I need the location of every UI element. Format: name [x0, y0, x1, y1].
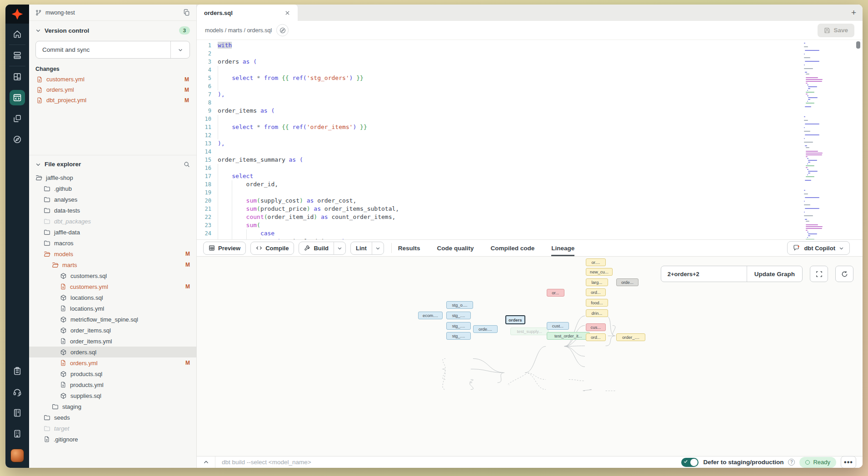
tree-item-jaffle-data[interactable]: jaffle-data [29, 227, 196, 238]
lineage-node-stg2[interactable]: stg_.... [446, 312, 471, 319]
tree-item-metricflow_time_spine.sql[interactable]: metricflow_time_spine.sql [29, 314, 196, 325]
refresh-button[interactable] [835, 266, 853, 282]
command-input[interactable]: dbt build --select <model_name> [215, 459, 311, 466]
lineage-node-ordegr[interactable]: orde... [616, 278, 639, 286]
tree-item-jaffle-shop[interactable]: jaffle-shop [29, 172, 196, 183]
tab-lineage[interactable]: Lineage [551, 240, 574, 256]
dbt-logo[interactable] [5, 5, 29, 24]
lineage-node-orpink[interactable]: or... [547, 289, 564, 297]
lineage-node-cust[interactable]: cust... [547, 322, 569, 330]
more-options-button[interactable]: ••• [841, 456, 856, 468]
lineage-node-food[interactable]: food... [586, 299, 608, 307]
tree-item-products.yml[interactable]: products.yml [29, 379, 196, 390]
sidebar-item-grid[interactable] [5, 66, 29, 87]
sidebar-item-code-window[interactable] [5, 87, 29, 108]
new-tab-button[interactable]: + [851, 8, 856, 17]
tree-item-products.sql[interactable]: products.sql [29, 368, 196, 379]
sidebar-item-compass[interactable] [5, 129, 29, 150]
lineage-compass-icon[interactable] [276, 24, 289, 36]
tree-item-orders.yml[interactable]: orders.ymlM [29, 357, 196, 368]
changed-file-orders.yml[interactable]: orders.ymlM [29, 84, 196, 95]
lineage-node-orders[interactable]: orders [505, 315, 525, 324]
lineage-node-ordy1[interactable]: ord... [586, 288, 606, 296]
search-icon[interactable] [184, 161, 190, 168]
dbt-copilot-button[interactable]: dbt Copilot [787, 241, 850, 255]
tree-item-models[interactable]: modelsM [29, 248, 196, 259]
chevron-down-icon[interactable] [334, 242, 345, 254]
chevron-down-icon[interactable] [35, 28, 41, 33]
tree-item-customers.sql[interactable]: customers.sql [29, 270, 196, 281]
lineage-node-cusp[interactable]: cus... [586, 323, 606, 331]
lineage-node-newcu[interactable]: new_cu... [586, 268, 613, 276]
chevron-up-icon[interactable] [197, 459, 215, 465]
preview-button[interactable]: Preview [203, 242, 246, 255]
build-button[interactable]: Build [299, 242, 346, 255]
tree-item-marts[interactable]: martsM [29, 259, 196, 270]
sidebar-item-layers[interactable] [5, 45, 29, 66]
save-button[interactable]: Save [818, 24, 854, 37]
commit-dropdown-chevron-icon[interactable] [170, 41, 190, 58]
tree-item-order_items.sql[interactable]: order_items.sql [29, 325, 196, 336]
help-icon[interactable]: ? [788, 459, 795, 466]
tree-item-customers.yml[interactable]: customers.ymlM [29, 281, 196, 292]
scrollbar-thumb[interactable] [856, 41, 860, 49]
fullscreen-button[interactable] [810, 266, 828, 282]
tab-code-quality[interactable]: Code quality [437, 240, 474, 256]
lineage-node-drin[interactable]: drin... [586, 309, 608, 317]
lineage-node-larg[interactable]: larg... [586, 278, 608, 286]
tree-item-data-tests[interactable]: data-tests [29, 205, 196, 216]
minimap-line [804, 178, 838, 179]
lineage-node-stg1[interactable]: stg_o.... [446, 301, 473, 309]
tree-item-order_items.yml[interactable]: order_items.yml [29, 336, 196, 347]
close-icon[interactable] [284, 10, 290, 16]
editor-scrollbar[interactable] [856, 41, 860, 239]
changed-file-customers.yml[interactable]: customers.ymlM [29, 74, 196, 84]
sidebar-item-home[interactable] [5, 24, 29, 45]
version-control-header[interactable]: Version control 3 [29, 21, 196, 38]
tree-item-locations.sql[interactable]: locations.sql [29, 292, 196, 303]
lineage-node-ordemid[interactable]: orde.... [473, 325, 498, 333]
update-graph-button[interactable]: Update Graph [747, 266, 802, 282]
tree-item-supplies.sql[interactable]: supplies.sql [29, 390, 196, 401]
changed-file-dbt_project.yml[interactable]: dbt_project.ymlM [29, 95, 196, 105]
user-avatar[interactable] [10, 449, 24, 462]
sidebar-item-clipboard[interactable] [5, 361, 29, 382]
lineage-node-toi[interactable]: test_order_it... [547, 332, 590, 340]
tab-compiled-code[interactable]: Compiled code [491, 240, 535, 256]
lineage-node-ecom[interactable]: ecom.... [418, 312, 443, 319]
sidebar-item-notebook[interactable] [5, 402, 29, 423]
tab-orders-sql[interactable]: orders.sql [197, 5, 298, 21]
lineage-node-ordery3[interactable]: order_.... [616, 333, 645, 341]
tree-item-locations.yml[interactable]: locations.yml [29, 303, 196, 314]
file-explorer-header[interactable]: File explorer [29, 155, 196, 171]
sidebar-item-copy-windows[interactable] [5, 108, 29, 129]
tree-item-dbt_packages[interactable]: dbt_packages [29, 216, 196, 227]
code-editor[interactable]: 1with23orders as (4 5 select * from {{ r… [197, 40, 863, 239]
minimap[interactable] [804, 43, 838, 239]
lineage-node-tsupply[interactable]: test_supply... [510, 327, 549, 335]
tree-item-target[interactable]: target [29, 423, 196, 434]
chevron-down-icon[interactable] [372, 242, 384, 254]
tree-item-macros[interactable]: macros [29, 238, 196, 248]
tree-item-analyses[interactable]: analyses [29, 194, 196, 205]
tree-item-.github[interactable]: .github [29, 183, 196, 194]
sidebar-item-building[interactable] [5, 423, 29, 444]
tree-item-orders.sql[interactable]: orders.sql [29, 347, 196, 357]
defer-toggle[interactable] [681, 458, 698, 467]
lineage-node-ory[interactable]: or.... [586, 258, 606, 266]
tree-item-seeds[interactable]: seeds [29, 412, 196, 423]
lineage-panel[interactable]: ecom....stg_o....stg_....stg_....stg_...… [197, 257, 863, 456]
tree-item-.gitignore[interactable]: .gitignore [29, 434, 196, 445]
compile-button[interactable]: Compile [250, 242, 294, 255]
sidebar-item-headset[interactable] [5, 382, 29, 402]
tab-results[interactable]: Results [398, 240, 420, 256]
lineage-selector-input[interactable]: 2+orders+2 [661, 266, 747, 282]
commit-and-sync-button[interactable]: Commit and sync [35, 41, 190, 59]
lineage-node-ordy2[interactable]: ord... [586, 333, 606, 341]
chevron-down-icon[interactable] [35, 162, 41, 167]
copy-icon[interactable] [183, 9, 190, 16]
tree-item-staging[interactable]: staging [29, 401, 196, 412]
lint-button[interactable]: Lint [350, 242, 384, 255]
lineage-node-stg3[interactable]: stg_.... [446, 322, 471, 330]
lineage-node-stg4[interactable]: stg_.... [446, 332, 471, 340]
